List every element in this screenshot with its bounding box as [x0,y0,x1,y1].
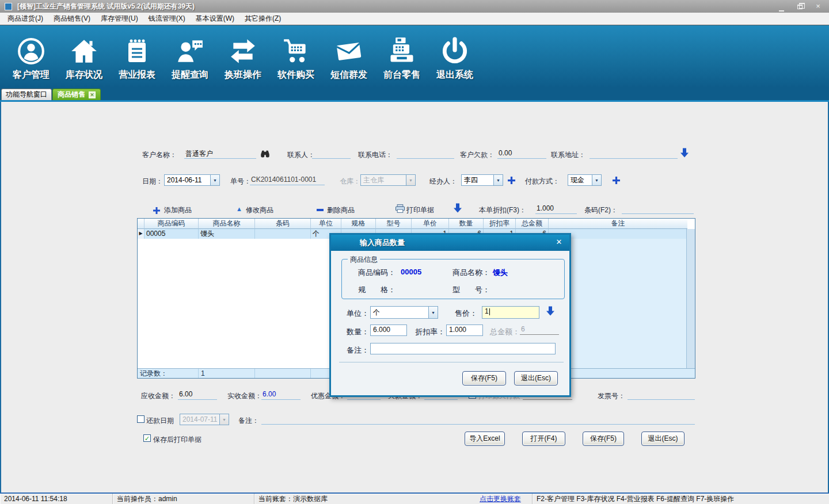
dialog-total-value: 6 [520,325,559,335]
chevron-down-icon[interactable]: ▼ [428,307,438,318]
status-operator: 当前操作员：admin [113,494,254,504]
menu-settings[interactable]: 基本设置(W) [191,13,239,25]
dialog-price-input[interactable]: 1 [482,306,539,319]
dialog-total-label: 总金额： [490,327,520,337]
dialog-price-down-arrow-icon[interactable] [546,306,554,318]
toolbar-exit-system[interactable]: 退出系统 [428,25,481,87]
product-info-groupbox: 商品信息 商品编码： 00005 商品名称： 馒头 规 格： 型 号： [341,259,565,299]
dialog-exit-button[interactable]: 退出(Esc) [514,371,558,385]
order-discount-field[interactable]: 1.000 [535,204,577,214]
toolbar-inventory-status[interactable]: 库存状况 [58,25,111,87]
add-payment-icon[interactable] [613,176,620,186]
payment-label: 付款方式： [525,177,560,186]
col-product-code[interactable]: 商品编码 [144,219,199,229]
col-barcode[interactable]: 条码 [255,219,311,229]
barcode-field[interactable] [622,204,694,214]
date-label: 日期： [142,177,163,186]
col-product-name[interactable]: 商品名称 [199,219,255,229]
add-product-button[interactable]: 添加商品 [164,205,192,215]
tab-close-icon[interactable]: ✕ [89,91,96,98]
status-datetime: 2014-06-11 11:54:18 [0,494,113,504]
payment-combobox[interactable]: 现金▼ [568,174,602,186]
tab-nav-window[interactable]: 功能导航窗口 [1,89,52,100]
dialog-unit-combobox[interactable]: 个▼ [370,306,438,319]
print-receipt-button[interactable]: 打印单据 [406,205,434,215]
col-unit[interactable]: 单位 [311,219,341,229]
remark-field[interactable] [261,415,695,425]
toolbar-pos-retail[interactable]: 前台零售 [375,25,428,87]
dialog-save-button[interactable]: 保存(F5) [462,371,506,385]
invoice-field[interactable] [628,390,695,400]
address-down-arrow-icon[interactable] [680,148,689,160]
add-operator-icon[interactable] [508,176,515,186]
title-bar: [领智]工业生产销售管理系统 试用版v5.2(试用期还有39天) × [0,0,829,13]
tab-product-sales[interactable]: 商品销售 ✕ [52,89,101,100]
minimize-button[interactable] [776,2,786,10]
invoice-label: 发票号： [598,391,625,401]
menu-cashflow[interactable]: 钱流管理(X) [143,13,191,25]
toolbar-sms-broadcast[interactable]: 短信群发 [322,25,375,87]
grid-header: 商品编码 商品名称 条码 单位 规格 型号 单价 数量 折扣率 总金额 备注 [138,219,695,229]
switch-account-link[interactable]: 点击更换账套 [480,494,521,504]
import-excel-button[interactable]: 导入Excel [465,432,505,446]
toolbar-reminder-query[interactable]: 提醒查询 [163,25,216,87]
chevron-down-icon[interactable]: ▼ [493,175,503,185]
swap-arrows-icon [228,32,258,66]
dialog-price-label: 售价： [455,308,477,319]
order-no-label: 单号： [230,177,251,186]
order-no-value: CK2014061101-0001 [250,175,325,185]
dialog-remark-input[interactable] [370,343,556,354]
dialog-rate-input[interactable]: 1.000 [446,324,483,336]
open-button[interactable]: 打开(F4) [522,432,565,446]
date-combobox[interactable]: 2014-06-11▼ [164,174,220,186]
person-speech-icon [175,32,205,66]
menu-other[interactable]: 其它操作(Z) [239,13,286,25]
menu-inventory[interactable]: 库存管理(U) [96,13,143,25]
toolbar-customer-management[interactable]: 客户管理 [5,25,58,87]
phone-field[interactable] [397,149,454,159]
contact-field[interactable] [312,149,351,159]
toolbar-software-purchase[interactable]: 软件购买 [269,25,322,87]
toolbar-business-report[interactable]: 营业报表 [111,25,163,87]
print-down-arrow-icon[interactable] [454,203,462,215]
repay-date-checkbox[interactable] [137,415,144,423]
grid-vertical-scrollbar[interactable] [686,229,695,369]
menu-purchase[interactable]: 商品进货(J) [2,13,48,25]
current-row-indicator: ▶ [138,229,144,239]
col-discount[interactable]: 折扣率 [484,219,516,229]
customer-debt-value: 0.00 [497,149,546,159]
dialog-title-bar[interactable]: 输入商品数量 ✕ [331,235,569,251]
sales-form: 客户名称： 普通客户 联系人： 联系电话： 客户欠款： 0.00 联系地址： 日… [0,102,829,492]
dialog-qty-input[interactable]: 6.000 [370,324,407,336]
modify-product-button[interactable]: 修改商品 [246,205,273,215]
add-product-icon[interactable] [153,206,160,216]
close-button[interactable]: × [813,2,823,10]
delete-product-button[interactable]: 删除商品 [327,205,355,215]
restore-button[interactable] [794,2,805,10]
operator-combobox[interactable]: 李四▼ [461,174,503,186]
order-discount-label: 本单折扣(F3)： [479,205,526,215]
print-after-save-checkbox[interactable]: ✓ [143,434,151,442]
cart-icon [281,32,311,66]
col-remark[interactable]: 备注 [549,219,687,229]
col-total[interactable]: 总金额 [516,219,549,229]
customer-name-field[interactable]: 普通客户 [184,149,256,159]
dialog-separator [339,362,564,362]
toolbar-shift-change[interactable]: 换班操作 [216,25,269,87]
chevron-down-icon[interactable]: ▼ [592,175,601,185]
chevron-down-icon[interactable]: ▼ [210,175,219,185]
record-count-label: 记录数： [138,369,199,378]
dialog-close-icon[interactable]: ✕ [554,238,564,246]
receivable-label: 应收金额： [141,391,176,401]
col-model[interactable]: 型号 [376,219,412,229]
address-field[interactable] [590,149,678,159]
exit-button[interactable]: 退出(Esc) [641,432,685,446]
operator-label: 经办人： [429,177,457,186]
col-qty[interactable]: 数量 [449,219,484,229]
col-spec[interactable]: 规格 [341,219,376,229]
col-price[interactable]: 单价 [412,219,449,229]
menu-sales[interactable]: 商品销售(V) [48,13,96,25]
binoculars-search-icon[interactable] [260,149,270,160]
save-button[interactable]: 保存(F5) [583,432,624,446]
received-field[interactable]: 6.00 [261,390,301,400]
